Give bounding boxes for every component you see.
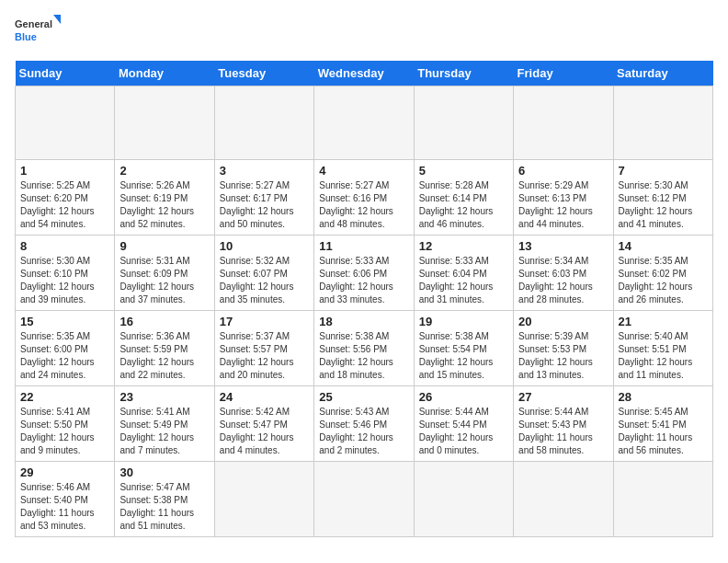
day-header-sunday: Sunday (16, 61, 115, 86)
day-detail: Sunrise: 5:30 AM Sunset: 6:12 PM Dayligh… (619, 179, 708, 231)
svg-text:General: General (15, 18, 52, 29)
svg-marker-2 (53, 15, 61, 24)
day-number: 15 (20, 315, 109, 328)
day-cell: 15Sunrise: 5:35 AM Sunset: 6:00 PM Dayli… (16, 311, 115, 386)
day-cell (514, 86, 613, 160)
day-number: 20 (518, 315, 608, 328)
day-header-monday: Monday (115, 61, 214, 86)
day-cell: 22Sunrise: 5:41 AM Sunset: 5:50 PM Dayli… (16, 386, 115, 462)
days-header-row: SundayMondayTuesdayWednesdayThursdayFrid… (16, 61, 713, 86)
day-cell (314, 86, 414, 160)
day-detail: Sunrise: 5:43 AM Sunset: 5:46 PM Dayligh… (319, 406, 408, 457)
day-number: 24 (220, 390, 309, 404)
day-detail: Sunrise: 5:44 AM Sunset: 5:44 PM Dayligh… (419, 406, 508, 457)
day-cell: 11Sunrise: 5:33 AM Sunset: 6:06 PM Dayli… (314, 236, 414, 311)
day-cell: 7Sunrise: 5:30 AM Sunset: 6:12 PM Daylig… (613, 160, 712, 236)
day-detail: Sunrise: 5:32 AM Sunset: 6:07 PM Dayligh… (220, 255, 309, 306)
day-number: 29 (20, 465, 109, 479)
day-detail: Sunrise: 5:45 AM Sunset: 5:41 PM Dayligh… (619, 406, 708, 457)
week-row-2: 1Sunrise: 5:25 AM Sunset: 6:20 PM Daylig… (16, 160, 713, 236)
week-row-5: 22Sunrise: 5:41 AM Sunset: 5:50 PM Dayli… (16, 386, 713, 462)
day-number: 14 (619, 239, 708, 253)
day-number: 13 (518, 239, 608, 253)
day-detail: Sunrise: 5:27 AM Sunset: 6:16 PM Dayligh… (319, 179, 408, 231)
day-cell: 25Sunrise: 5:43 AM Sunset: 5:46 PM Dayli… (314, 386, 414, 462)
day-cell: 13Sunrise: 5:34 AM Sunset: 6:03 PM Dayli… (514, 236, 613, 311)
day-header-tuesday: Tuesday (214, 61, 313, 86)
day-detail: Sunrise: 5:38 AM Sunset: 5:54 PM Dayligh… (419, 330, 508, 382)
day-cell: 27Sunrise: 5:44 AM Sunset: 5:43 PM Dayli… (514, 386, 613, 462)
day-cell: 8Sunrise: 5:30 AM Sunset: 6:10 PM Daylig… (16, 236, 115, 311)
day-cell (16, 86, 115, 160)
day-number: 5 (419, 164, 508, 178)
day-cell: 14Sunrise: 5:35 AM Sunset: 6:02 PM Dayli… (613, 236, 712, 311)
week-row-6: 29Sunrise: 5:46 AM Sunset: 5:40 PM Dayli… (16, 462, 713, 537)
day-number: 28 (619, 390, 708, 404)
day-cell: 16Sunrise: 5:36 AM Sunset: 5:59 PM Dayli… (115, 311, 214, 386)
day-cell: 24Sunrise: 5:42 AM Sunset: 5:47 PM Dayli… (214, 386, 313, 462)
day-detail: Sunrise: 5:26 AM Sunset: 6:19 PM Dayligh… (119, 179, 209, 231)
day-cell (115, 86, 214, 160)
day-cell: 3Sunrise: 5:27 AM Sunset: 6:17 PM Daylig… (214, 160, 313, 236)
day-detail: Sunrise: 5:25 AM Sunset: 6:20 PM Dayligh… (20, 179, 109, 231)
logo-svg: General Blue (15, 15, 61, 50)
day-number: 30 (119, 465, 209, 479)
day-cell: 29Sunrise: 5:46 AM Sunset: 5:40 PM Dayli… (16, 462, 115, 537)
day-number: 23 (119, 390, 209, 404)
logo: General Blue (15, 15, 61, 50)
day-number: 22 (20, 390, 109, 404)
day-cell: 6Sunrise: 5:29 AM Sunset: 6:13 PM Daylig… (514, 160, 613, 236)
svg-text:Blue: Blue (15, 31, 37, 42)
day-detail: Sunrise: 5:37 AM Sunset: 5:57 PM Dayligh… (220, 330, 309, 382)
day-detail: Sunrise: 5:42 AM Sunset: 5:47 PM Dayligh… (220, 406, 309, 457)
day-detail: Sunrise: 5:33 AM Sunset: 6:06 PM Dayligh… (319, 255, 408, 306)
day-cell: 28Sunrise: 5:45 AM Sunset: 5:41 PM Dayli… (613, 386, 712, 462)
day-cell: 30Sunrise: 5:47 AM Sunset: 5:38 PM Dayli… (115, 462, 214, 537)
day-cell: 4Sunrise: 5:27 AM Sunset: 6:16 PM Daylig… (314, 160, 414, 236)
day-detail: Sunrise: 5:30 AM Sunset: 6:10 PM Dayligh… (20, 255, 109, 306)
day-number: 21 (619, 315, 708, 328)
day-number: 19 (419, 315, 508, 328)
day-detail: Sunrise: 5:39 AM Sunset: 5:53 PM Dayligh… (518, 330, 608, 382)
day-detail: Sunrise: 5:46 AM Sunset: 5:40 PM Dayligh… (20, 481, 109, 533)
day-number: 3 (220, 164, 309, 178)
day-cell (214, 86, 313, 160)
day-detail: Sunrise: 5:27 AM Sunset: 6:17 PM Dayligh… (220, 179, 309, 231)
week-row-3: 8Sunrise: 5:30 AM Sunset: 6:10 PM Daylig… (16, 236, 713, 311)
day-detail: Sunrise: 5:34 AM Sunset: 6:03 PM Dayligh… (518, 255, 608, 306)
day-number: 10 (220, 239, 309, 253)
day-number: 9 (119, 239, 209, 253)
day-cell: 2Sunrise: 5:26 AM Sunset: 6:19 PM Daylig… (115, 160, 214, 236)
day-header-saturday: Saturday (613, 61, 712, 86)
day-cell (214, 462, 313, 537)
day-cell: 9Sunrise: 5:31 AM Sunset: 6:09 PM Daylig… (115, 236, 214, 311)
day-cell: 26Sunrise: 5:44 AM Sunset: 5:44 PM Dayli… (414, 386, 513, 462)
day-cell (414, 462, 513, 537)
day-header-wednesday: Wednesday (314, 61, 414, 86)
day-detail: Sunrise: 5:40 AM Sunset: 5:51 PM Dayligh… (619, 330, 708, 382)
day-detail: Sunrise: 5:33 AM Sunset: 6:04 PM Dayligh… (419, 255, 508, 306)
day-cell (514, 462, 613, 537)
day-cell: 20Sunrise: 5:39 AM Sunset: 5:53 PM Dayli… (514, 311, 613, 386)
day-number: 6 (518, 164, 608, 178)
day-cell: 23Sunrise: 5:41 AM Sunset: 5:49 PM Dayli… (115, 386, 214, 462)
week-row-4: 15Sunrise: 5:35 AM Sunset: 6:00 PM Dayli… (16, 311, 713, 386)
day-cell (414, 86, 513, 160)
day-number: 4 (319, 164, 408, 178)
day-number: 18 (319, 315, 408, 328)
day-number: 16 (119, 315, 209, 328)
day-number: 2 (119, 164, 209, 178)
day-number: 8 (20, 239, 109, 253)
day-cell: 12Sunrise: 5:33 AM Sunset: 6:04 PM Dayli… (414, 236, 513, 311)
day-number: 17 (220, 315, 309, 328)
day-header-thursday: Thursday (414, 61, 513, 86)
day-cell: 10Sunrise: 5:32 AM Sunset: 6:07 PM Dayli… (214, 236, 313, 311)
day-cell: 5Sunrise: 5:28 AM Sunset: 6:14 PM Daylig… (414, 160, 513, 236)
day-number: 26 (419, 390, 508, 404)
day-number: 25 (319, 390, 408, 404)
day-detail: Sunrise: 5:31 AM Sunset: 6:09 PM Dayligh… (119, 255, 209, 306)
day-cell (613, 86, 712, 160)
day-number: 27 (518, 390, 608, 404)
day-detail: Sunrise: 5:44 AM Sunset: 5:43 PM Dayligh… (518, 406, 608, 457)
day-detail: Sunrise: 5:36 AM Sunset: 5:59 PM Dayligh… (119, 330, 209, 382)
